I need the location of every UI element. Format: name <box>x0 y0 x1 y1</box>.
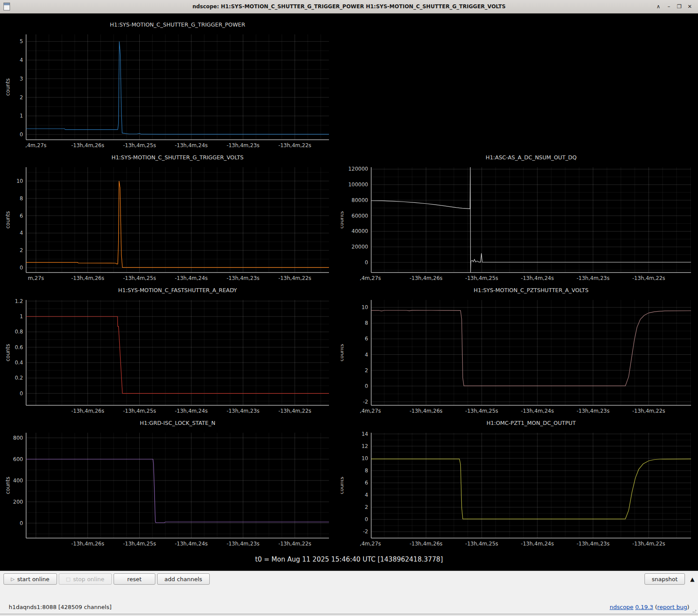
reset-label: reset <box>127 576 141 582</box>
plot-asc-as-a-dc-nsum[interactable]: H1:ASC-AS_A_DC_NSUM_OUT_DQcounts02000040… <box>341 150 695 283</box>
svg-text:-13h,4m,23s: -13h,4m,23s <box>577 275 610 281</box>
svg-text:10: 10 <box>362 304 368 310</box>
svg-text:-13h,4m,25s: -13h,4m,25s <box>465 275 498 281</box>
svg-text:-13h,4m,25s: -13h,4m,25s <box>465 541 498 547</box>
svg-text:,4m,27s: ,4m,27s <box>360 408 381 414</box>
triangle-up-icon[interactable]: ▲ <box>690 576 695 582</box>
svg-text:H1:SYS-MOTION_C_FASTSHUTTER_A_: H1:SYS-MOTION_C_FASTSHUTTER_A_READY <box>118 287 237 293</box>
svg-text:5: 5 <box>20 38 23 44</box>
svg-text:0: 0 <box>365 516 368 522</box>
svg-text:-13h,4m,26s: -13h,4m,26s <box>71 142 104 148</box>
svg-text:1: 1 <box>20 113 23 119</box>
plot-grid: H1:SYS-MOTION_C_SHUTTER_G_TRIGGER_POWERc… <box>0 13 698 548</box>
svg-text:100000: 100000 <box>348 182 368 188</box>
svg-text:2: 2 <box>365 367 368 374</box>
shade-button[interactable]: ∧ <box>655 3 661 10</box>
svg-text:4: 4 <box>20 57 23 63</box>
about-links: ndscope 0.19.3 (report bug) <box>610 604 689 610</box>
plot-shutter-trigger-power[interactable]: H1:SYS-MOTION_C_SHUTTER_G_TRIGGER_POWERc… <box>3 17 341 150</box>
svg-text:-2: -2 <box>363 528 368 535</box>
plot-omc-pzt1-mon-dc[interactable]: H1:OMC-PZT1_MON_DC_OUTPUTcounts-20246810… <box>341 415 695 548</box>
svg-text:H1:ASC-AS_A_DC_NSUM_OUT_DQ: H1:ASC-AS_A_DC_NSUM_OUT_DQ <box>486 154 577 161</box>
plot-fastshutter-ready[interactable]: H1:SYS-MOTION_C_FASTSHUTTER_A_READYcount… <box>3 283 341 415</box>
svg-text:200: 200 <box>13 499 23 505</box>
plot-shutter-trigger-volts[interactable]: H1:SYS-MOTION_C_SHUTTER_G_TRIGGER_VOLTSc… <box>3 150 341 283</box>
svg-text:3: 3 <box>20 76 23 82</box>
svg-text:600: 600 <box>13 456 23 462</box>
svg-text:,4m,27s: ,4m,27s <box>360 541 381 547</box>
svg-text:10: 10 <box>362 455 368 461</box>
svg-text:-13h,4m,22s: -13h,4m,22s <box>279 408 312 414</box>
plot-pztshutter-volts[interactable]: H1:SYS-MOTION_C_PZTSHUTTER_A_VOLTScounts… <box>341 283 695 415</box>
maximize-button[interactable]: ❐ <box>676 3 682 10</box>
ndscope-link[interactable]: ndscope <box>610 604 634 610</box>
version-link[interactable]: 0.19.3 <box>635 604 653 610</box>
window-title: ndscope: H1:SYS-MOTION_C_SHUTTER_G_TRIGG… <box>0 3 698 10</box>
svg-text:6: 6 <box>20 213 23 219</box>
svg-text:H1:SYS-MOTION_C_PZTSHUTTER_A_V: H1:SYS-MOTION_C_PZTSHUTTER_A_VOLTS <box>474 287 589 293</box>
resize-grip-icon[interactable] <box>692 609 697 613</box>
ndscope-window: ndscope: H1:SYS-MOTION_C_SHUTTER_G_TRIGG… <box>0 0 698 616</box>
titlebar[interactable]: ndscope: H1:SYS-MOTION_C_SHUTTER_G_TRIGG… <box>0 0 698 13</box>
svg-text:-13h,4m,26s: -13h,4m,26s <box>409 541 443 547</box>
svg-text:4: 4 <box>365 492 368 498</box>
svg-text:8: 8 <box>365 468 368 474</box>
svg-text:-13h,4m,22s: -13h,4m,22s <box>632 408 665 414</box>
svg-text:12: 12 <box>362 443 368 449</box>
svg-text:-13h,4m,25s: -13h,4m,25s <box>123 275 156 281</box>
add-channels-button[interactable]: add channels <box>157 573 210 585</box>
svg-text:60000: 60000 <box>352 213 368 219</box>
svg-text:-13h,4m,22s: -13h,4m,22s <box>279 275 312 281</box>
svg-text:H1:SYS-MOTION_C_SHUTTER_G_TRIG: H1:SYS-MOTION_C_SHUTTER_G_TRIGGER_POWER <box>110 21 245 28</box>
svg-text:counts: counts <box>5 344 11 361</box>
svg-text:-13h,4m,23s: -13h,4m,23s <box>577 541 610 547</box>
svg-text:0: 0 <box>365 383 368 389</box>
svg-text:2: 2 <box>20 94 23 101</box>
svg-text:400: 400 <box>13 478 23 484</box>
t0-label: t0 = Mon Aug 11 2025 15:46:40 UTC [14389… <box>0 548 698 571</box>
svg-text:-13h,4m,24s: -13h,4m,24s <box>521 275 554 281</box>
svg-text:-13h,4m,23s: -13h,4m,23s <box>577 408 610 414</box>
svg-text:20000: 20000 <box>352 244 368 250</box>
add-channels-label: add channels <box>164 576 202 582</box>
svg-text:-13h,4m,23s: -13h,4m,23s <box>227 275 260 281</box>
svg-text:-13h,4m,24s: -13h,4m,24s <box>175 275 208 281</box>
stop-online-button[interactable]: □ stop online <box>59 573 112 585</box>
svg-text:-13h,4m,24s: -13h,4m,24s <box>175 541 208 547</box>
snapshot-button[interactable]: snapshot <box>644 573 685 585</box>
svg-text:counts: counts <box>341 211 345 229</box>
plot-grd-isc-lock-state[interactable]: H1:GRD-ISC_LOCK_STATE_Ncounts02004006008… <box>3 415 341 548</box>
start-online-button[interactable]: ▷ start online <box>3 573 57 585</box>
svg-text:40000: 40000 <box>352 228 368 234</box>
svg-text:0: 0 <box>20 131 23 138</box>
svg-text:counts: counts <box>5 211 11 229</box>
svg-text:-13h,4m,22s: -13h,4m,22s <box>279 541 312 547</box>
svg-text:counts: counts <box>5 78 11 96</box>
svg-text:-13h,4m,25s: -13h,4m,25s <box>123 541 156 547</box>
stop-icon: □ <box>66 576 70 582</box>
svg-text:m,27s: m,27s <box>28 275 44 281</box>
svg-text:0.4: 0.4 <box>15 360 23 366</box>
svg-text:800: 800 <box>13 435 23 441</box>
svg-text:0.8: 0.8 <box>15 329 23 335</box>
svg-text:2: 2 <box>365 504 368 510</box>
svg-text:,4m,27s: ,4m,27s <box>25 142 46 148</box>
stop-online-label: stop online <box>73 576 104 582</box>
close-button[interactable]: ✕ <box>687 3 693 10</box>
svg-text:-13h,4m,26s: -13h,4m,26s <box>71 275 104 281</box>
svg-text:8: 8 <box>20 195 23 202</box>
svg-text:1: 1 <box>20 313 23 320</box>
report-bug-link[interactable]: report bug <box>657 604 687 610</box>
reset-button[interactable]: reset <box>114 573 155 585</box>
play-icon: ▷ <box>11 576 14 582</box>
svg-text:0: 0 <box>20 520 23 526</box>
server-status: h1daqnds1:8088 [428509 channels] <box>9 604 111 610</box>
bottom-chrome: ▷ start online □ stop online reset add c… <box>0 571 698 616</box>
minimize-button[interactable]: – <box>666 3 672 10</box>
svg-text:-13h,4m,26s: -13h,4m,26s <box>409 408 443 414</box>
svg-text:-13h,4m,23s: -13h,4m,23s <box>227 142 260 148</box>
svg-text:0: 0 <box>20 390 23 397</box>
svg-text:-13h,4m,24s: -13h,4m,24s <box>175 408 208 414</box>
svg-text:14: 14 <box>362 431 368 437</box>
svg-text:-13h,4m,24s: -13h,4m,24s <box>521 541 554 547</box>
